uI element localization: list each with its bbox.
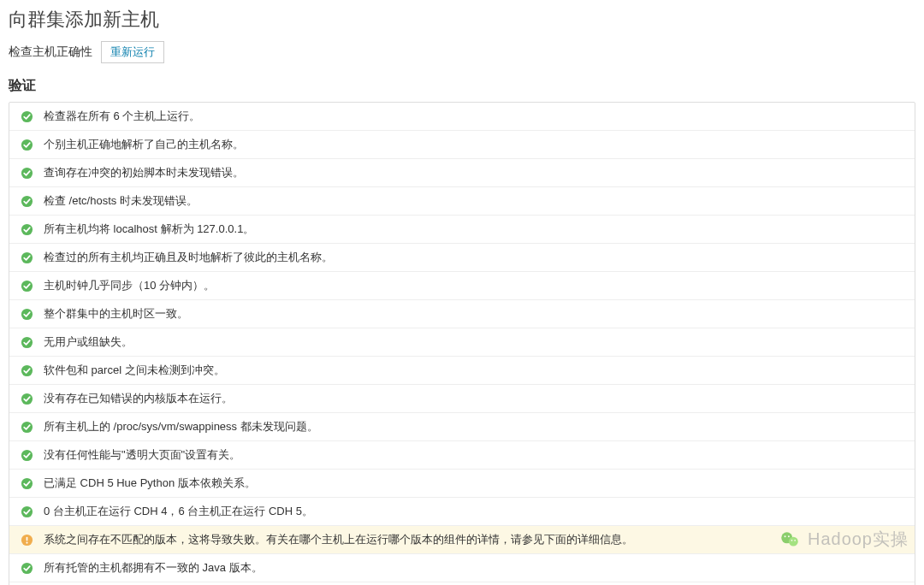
check-item[interactable]: 没有任何性能与"透明大页面"设置有关。 — [9, 441, 915, 470]
svg-point-0 — [21, 110, 32, 121]
subheader-text: 检查主机正确性 — [9, 44, 92, 60]
rerun-button[interactable]: 重新运行 — [101, 41, 164, 63]
svg-point-3 — [21, 195, 32, 206]
check-circle-icon — [20, 392, 33, 405]
check-item[interactable]: 查询存在冲突的初始脚本时未发现错误。 — [9, 159, 915, 187]
svg-rect-16 — [26, 536, 27, 541]
check-item-text: 0 台主机正在运行 CDH 4，6 台主机正在运行 CDH 5。 — [44, 504, 313, 519]
check-item-text: 查询存在冲突的初始脚本时未发现错误。 — [44, 165, 244, 180]
svg-point-13 — [21, 477, 32, 488]
check-item-text: 检查 /etc/hosts 时未发现错误。 — [44, 193, 198, 209]
svg-point-2 — [21, 167, 32, 178]
check-item[interactable]: 软件包和 parcel 之间未检测到冲突。 — [9, 357, 915, 385]
check-item-text: 软件包和 parcel 之间未检测到冲突。 — [44, 363, 225, 378]
check-item-text: 已满足 CDH 5 Hue Python 版本依赖关系。 — [44, 476, 256, 491]
check-item[interactable]: 所有主机上的 /proc/sys/vm/swappiness 都未发现问题。 — [9, 413, 915, 441]
check-circle-icon — [20, 279, 33, 292]
check-item[interactable]: 检查器在所有 6 个主机上运行。 — [9, 103, 915, 131]
warning-icon — [20, 533, 33, 547]
check-circle-icon — [20, 505, 33, 518]
check-item[interactable]: 主机时钟几乎同步（10 分钟内）。 — [9, 272, 915, 300]
check-item-text: 个别主机正确地解析了自己的主机名称。 — [44, 137, 244, 152]
validation-list: 检查器在所有 6 个主机上运行。个别主机正确地解析了自己的主机名称。查询存在冲突… — [9, 102, 915, 585]
svg-point-17 — [26, 541, 27, 543]
check-circle-icon — [20, 448, 33, 462]
check-circle-icon — [20, 420, 33, 434]
check-item-text: 所有主机上的 /proc/sys/vm/swappiness 都未发现问题。 — [44, 419, 318, 434]
check-item[interactable]: 检查过的所有主机均正确且及时地解析了彼此的主机名称。 — [9, 244, 915, 272]
check-item-text: 所有主机均将 localhost 解析为 127.0.0.1。 — [44, 222, 254, 237]
svg-point-6 — [21, 280, 32, 291]
check-item-text: 所有托管的主机都拥有不一致的 Java 版本。 — [44, 560, 263, 576]
check-item-text: 系统之间存在不匹配的版本，这将导致失败。有关在哪个主机上在运行哪个版本的组件的详… — [44, 532, 633, 547]
svg-point-5 — [21, 251, 32, 263]
check-circle-icon — [20, 109, 33, 123]
check-item-text: 无用户或组缺失。 — [44, 334, 133, 350]
check-circle-icon — [20, 251, 33, 264]
check-item[interactable]: 个别主机正确地解析了自己的主机名称。 — [9, 131, 915, 159]
check-item[interactable]: 所有主机均将 localhost 解析为 127.0.0.1。 — [9, 216, 915, 244]
svg-point-12 — [21, 449, 32, 460]
check-circle-icon — [20, 222, 33, 236]
check-item-text: 检查过的所有主机均正确且及时地解析了彼此的主机名称。 — [44, 250, 333, 265]
svg-point-10 — [21, 393, 32, 404]
check-item[interactable]: 所有托管的主机都拥有不一致的 Java 版本。 — [9, 554, 915, 582]
svg-point-8 — [21, 336, 32, 347]
check-circle-icon — [20, 194, 33, 208]
svg-point-4 — [21, 223, 32, 234]
check-item[interactable]: 检查 /etc/hosts 时未发现错误。 — [9, 187, 915, 216]
svg-point-9 — [21, 364, 32, 375]
check-item[interactable]: 0 台主机正在运行 CDH 4，6 台主机正在运行 CDH 5。 — [9, 498, 915, 526]
subheader: 检查主机正确性 重新运行 — [9, 41, 915, 63]
check-circle-icon — [20, 561, 33, 575]
svg-point-14 — [21, 505, 32, 517]
check-item-text: 整个群集中的主机时区一致。 — [44, 306, 188, 322]
page-title: 向群集添加新主机 — [9, 7, 915, 32]
check-item[interactable]: 无用户或组缺失。 — [9, 328, 915, 357]
check-item-text: 检查器在所有 6 个主机上运行。 — [44, 109, 200, 124]
check-item[interactable]: 系统之间存在不匹配的版本，这将导致失败。有关在哪个主机上在运行哪个版本的组件的详… — [9, 526, 915, 554]
check-circle-icon — [20, 363, 33, 377]
svg-point-18 — [21, 562, 32, 573]
section-title: 验证 — [9, 77, 915, 95]
check-item-text: 没有存在已知错误的内核版本在运行。 — [44, 391, 233, 406]
svg-point-11 — [21, 421, 32, 432]
check-item-text: 没有任何性能与"透明大页面"设置有关。 — [44, 447, 240, 463]
check-item[interactable]: 已满足 CDH 5 Hue Python 版本依赖关系。 — [9, 470, 915, 498]
svg-point-7 — [21, 308, 32, 319]
check-circle-icon — [20, 138, 33, 151]
check-item[interactable]: 整个群集中的主机时区一致。 — [9, 300, 915, 328]
check-circle-icon — [20, 307, 33, 321]
check-circle-icon — [20, 476, 33, 490]
svg-point-1 — [21, 139, 32, 150]
check-item-text: 主机时钟几乎同步（10 分钟内）。 — [44, 278, 215, 293]
check-circle-icon — [20, 335, 33, 349]
check-item[interactable]: 没有存在已知错误的内核版本在运行。 — [9, 385, 915, 413]
check-circle-icon — [20, 166, 33, 180]
